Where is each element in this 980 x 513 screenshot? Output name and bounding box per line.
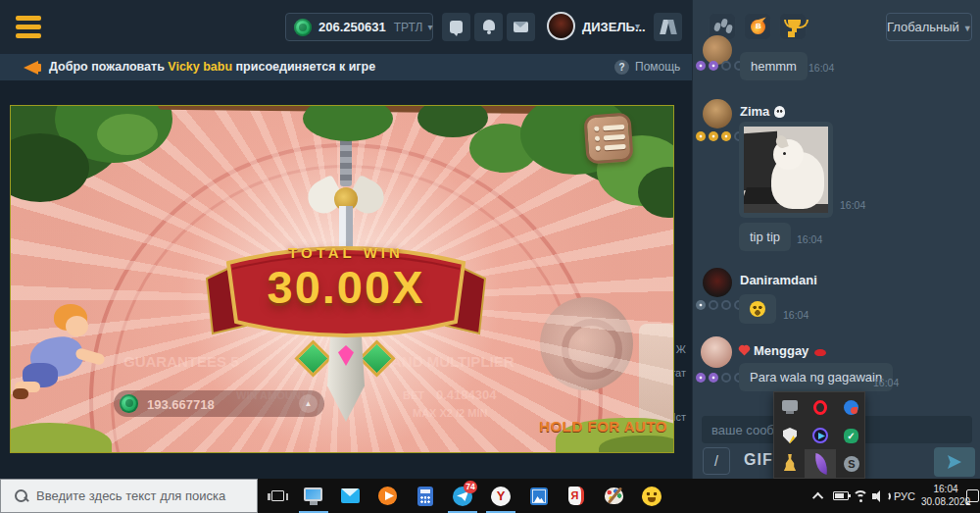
fireball-button[interactable] xyxy=(744,13,771,40)
notice-suffix: присоединяется к игре xyxy=(232,60,375,74)
tray-opera-icon[interactable] xyxy=(807,395,834,421)
windows-taskbar: 74 РУС 16:04 30.08.2020 xyxy=(0,479,980,513)
notice-prefix: Добро пожаловать xyxy=(49,60,168,74)
message-time: 16:04 xyxy=(783,309,808,321)
tray-gold-statuette-icon[interactable] xyxy=(776,451,804,477)
chevron-down-icon: ▾ xyxy=(635,21,640,31)
telegram-unread-badge: 74 xyxy=(464,481,477,493)
message-time: 16:04 xyxy=(808,62,834,74)
hold-for-auto-button[interactable]: HOLD FOR AUTO xyxy=(471,418,667,435)
chat-gif-message xyxy=(739,122,833,218)
tray-antivirus-check-icon[interactable] xyxy=(837,424,864,449)
topbar: 206.250631 ТРТЛ ▾ ДИЗЕЛЬ... ▾ xyxy=(0,0,692,54)
notice-username: Vicky babu xyxy=(168,60,232,74)
game-balance-value: 193.667718 xyxy=(147,397,215,412)
messages-button[interactable] xyxy=(507,13,535,41)
tray-skype-icon[interactable] xyxy=(837,451,864,477)
message-username: Menggay xyxy=(740,343,826,358)
balance-selector[interactable]: 206.250631 ТРТЛ ▾ xyxy=(285,13,433,41)
avatar[interactable] xyxy=(701,336,732,368)
megaphone-icon xyxy=(24,61,38,75)
bell-icon xyxy=(483,20,495,30)
chat-emoji-message xyxy=(739,294,776,324)
taskbar-emoji-app-icon[interactable] xyxy=(640,485,663,508)
help-link[interactable]: Помощь xyxy=(635,54,680,80)
username-text: Zima xyxy=(740,104,769,119)
chat-message: Para wala ng gagawain xyxy=(739,363,893,391)
send-button[interactable] xyxy=(934,447,975,477)
deposit-arrow-button[interactable] xyxy=(299,394,318,413)
hamburger-menu-icon[interactable] xyxy=(16,16,41,39)
taskbar-calculator-icon[interactable] xyxy=(414,485,437,508)
taskbar-yandex-app-icon[interactable] xyxy=(564,485,588,508)
total-win-value: 30.00X xyxy=(199,260,493,314)
action-center-icon[interactable] xyxy=(964,479,980,513)
taskbar-paint-palette-icon[interactable] xyxy=(603,485,626,508)
speaker-icon[interactable] xyxy=(868,479,892,513)
taskbar-photos-icon[interactable] xyxy=(527,485,551,508)
message-username: Daniramdani xyxy=(740,273,817,287)
game-balance-pill: 193.667718 xyxy=(114,390,324,417)
rain-icon xyxy=(725,24,733,33)
game-menu-button[interactable] xyxy=(583,112,633,164)
fireball-icon xyxy=(751,20,765,34)
game-character xyxy=(15,298,130,440)
tray-chevron-up-icon[interactable] xyxy=(809,479,829,513)
chevron-down-icon: ▼ xyxy=(963,24,972,33)
windows-search-box[interactable] xyxy=(0,479,258,513)
gif-button[interactable]: GIF xyxy=(744,451,773,469)
notice-text: Добро пожаловать Vicky babu присоединяет… xyxy=(49,54,375,80)
notifications-button[interactable] xyxy=(474,13,503,41)
avatar[interactable] xyxy=(703,268,732,297)
tray-display-icon[interactable] xyxy=(776,395,804,421)
channel-selector[interactable]: Глобальный▼ xyxy=(886,13,972,41)
journal-button[interactable] xyxy=(654,13,682,41)
notice-bar: Добро пожаловать Vicky babu присоединяет… xyxy=(0,54,692,80)
message-time: 16:04 xyxy=(797,233,822,245)
language-indicator[interactable]: РУС xyxy=(890,479,919,513)
faint-bet-value: 0.4184304 xyxy=(436,387,496,402)
slash-command-button[interactable]: / xyxy=(703,447,730,475)
currency-label: ТРТЛ xyxy=(394,21,423,34)
tray-photos-app-icon[interactable] xyxy=(837,395,864,421)
game-frame[interactable]: GUARANTEES 5 AND MULTIPLIER WIN AMOUNT B… xyxy=(10,105,674,453)
chat-bubble-icon xyxy=(450,21,463,33)
chat-message: tip tip xyxy=(739,223,791,251)
taskbar-telegram-icon[interactable]: 74 xyxy=(451,485,474,508)
tray-feather-icon[interactable] xyxy=(807,451,834,477)
taskbar-computer-icon[interactable] xyxy=(302,485,325,508)
neutral-face-emoji-icon xyxy=(750,301,765,317)
message-username: Zima xyxy=(740,104,785,119)
search-input[interactable] xyxy=(36,488,232,503)
kiss-lips-emoji-icon xyxy=(814,349,826,356)
taskbar-mail-icon[interactable] xyxy=(339,485,363,508)
faint-bet-label: BET xyxy=(403,389,424,401)
coin-icon xyxy=(294,19,312,36)
taskbar-media-player-icon[interactable] xyxy=(376,485,400,508)
chat-toggle-button[interactable] xyxy=(442,13,470,41)
balance-value: 206.250631 xyxy=(318,20,386,34)
faint-multiplier-text: AND MULTIPLIER xyxy=(391,353,514,370)
taskbar-yandex-browser-icon[interactable] xyxy=(489,485,513,508)
ghost-emoji-icon xyxy=(774,106,785,118)
foliage xyxy=(97,114,158,155)
sword-handle xyxy=(340,134,352,186)
chevron-down-icon: ▾ xyxy=(427,22,432,32)
channel-label: Глобальный xyxy=(887,20,959,34)
sparkling-heart-emoji-icon xyxy=(740,346,750,356)
chat-message: hemmm xyxy=(740,52,808,80)
user-avatar[interactable] xyxy=(547,12,575,40)
gif-image[interactable] xyxy=(744,127,828,213)
clock-time: 16:04 xyxy=(921,484,970,496)
faint-guarantee-text: GUARANTEES 5 xyxy=(123,353,239,370)
total-win-label: TOTAL WIN xyxy=(228,244,464,261)
tray-overflow-popup xyxy=(773,391,865,479)
screen: 206.250631 ТРТЛ ▾ ДИЗЕЛЬ... ▾ Добро пожа… xyxy=(0,0,980,513)
avatar[interactable] xyxy=(703,99,732,128)
tray-media-player-icon[interactable] xyxy=(807,424,834,449)
task-view-button[interactable] xyxy=(267,485,290,508)
trophy-button[interactable] xyxy=(779,13,807,40)
tray-defender-alert-icon[interactable] xyxy=(776,424,804,449)
question-circle-icon[interactable]: ? xyxy=(614,60,629,75)
message-time: 16:04 xyxy=(873,377,899,388)
